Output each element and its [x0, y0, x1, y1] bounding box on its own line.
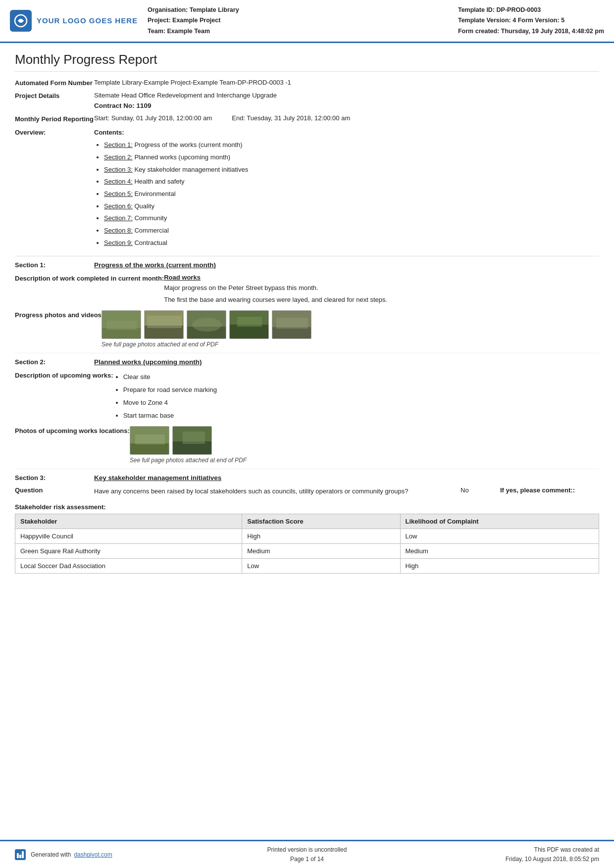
header-center: Organisation: Template Library Project: … — [148, 5, 448, 37]
svg-rect-15 — [276, 318, 308, 329]
svg-rect-22 — [17, 853, 19, 858]
stake-satisfaction-3: Low — [242, 558, 400, 573]
header: YOUR LOGO GOES HERE Organisation: Templa… — [0, 0, 614, 43]
work-title: Road works — [164, 274, 599, 281]
upcoming-item-1: Clear site — [123, 371, 599, 384]
overview-value: Contents: Section 1: Progress of the wor… — [94, 129, 599, 249]
upcoming-label: Description of upcoming works: — [15, 371, 113, 381]
project-line: Project: Example Project — [148, 15, 448, 26]
divider-3 — [15, 469, 599, 469]
period-label: Monthly Period Reporting — [15, 114, 94, 124]
footer-print-note: Printed version is uncontrolled — [209, 845, 404, 855]
overview-title: Contents: — [94, 129, 599, 136]
upcoming-photos-label: Photos of upcoming works locations: — [15, 426, 130, 436]
stakeholder-table: Stakeholder Satisfaction Score Likelihoo… — [15, 514, 599, 574]
question-text: Have any concerns been raised by local s… — [94, 486, 460, 496]
project-details-text: Sitemate Head Office Redevelopment and I… — [94, 92, 599, 99]
section3-title: Key stakeholder management initiatives — [94, 474, 221, 482]
footer-center: Printed version is uncontrolled Page 1 o… — [209, 845, 404, 864]
table-row: Happyville Council High Low — [15, 529, 599, 543]
col-satisfaction: Satisfaction Score — [242, 514, 400, 529]
svg-rect-11 — [230, 325, 269, 339]
toc-list: Section 1: Progress of the works (curren… — [94, 139, 599, 249]
section3-label: Section 3: — [15, 474, 94, 482]
form-number-row: Automated Form Number Template Library-E… — [15, 79, 599, 87]
toc-link-4[interactable]: Section 4: — [104, 178, 133, 185]
toc-link-9[interactable]: Section 9: — [104, 239, 133, 246]
question-row: Question Have any concerns been raised b… — [15, 486, 599, 496]
col-likelihood: Likelihood of Complaint — [400, 514, 599, 529]
stake-satisfaction-2: Medium — [242, 543, 400, 558]
svg-rect-3 — [107, 321, 137, 330]
template-id-line: Template ID: DP-PROD-0003 — [458, 5, 604, 15]
section1-title: Progress of the works (current month) — [94, 261, 216, 269]
footer-logo-icon — [15, 849, 26, 860]
photo-thumbs — [102, 310, 599, 339]
toc-link-7[interactable]: Section 7: — [104, 214, 133, 222]
footer-created-date: Friday, 10 August 2018, 8:05:52 pm — [405, 855, 599, 864]
footer-right: This PDF was created at Friday, 10 Augus… — [405, 845, 599, 864]
table-row: Green Square Rail Authority Medium Mediu… — [15, 543, 599, 558]
main-content: Monthly Progress Report Automated Form N… — [0, 43, 614, 840]
report-title: Monthly Progress Report — [15, 52, 599, 72]
table-header-row: Stakeholder Satisfaction Score Likelihoo… — [15, 514, 599, 529]
period-row: Monthly Period Reporting Start: Sunday, … — [15, 114, 599, 124]
toc-link-1[interactable]: Section 1: — [104, 141, 133, 148]
svg-rect-2 — [102, 328, 141, 339]
footer-page: Page 1 of 14 — [209, 855, 404, 864]
question-comment: If yes, please comment:: — [500, 486, 599, 494]
photo-thumb-3 — [187, 310, 226, 339]
photo-thumb-2 — [144, 310, 184, 339]
project-details-value: Sitemate Head Office Redevelopment and I… — [94, 92, 599, 109]
header-right: Template ID: DP-PROD-0003 Template Versi… — [458, 5, 604, 37]
svg-rect-17 — [130, 443, 169, 455]
desc-work-label: Description of work completed in current… — [15, 274, 164, 284]
section1-row: Section 1: Progress of the works (curren… — [15, 261, 599, 269]
project-details-row: Project Details Sitemate Head Office Red… — [15, 92, 599, 109]
toc-link-2[interactable]: Section 2: — [104, 153, 133, 161]
upcoming-photos-note: See full page photos attached at end of … — [130, 457, 599, 464]
table-row: Local Soccer Dad Association Low High — [15, 558, 599, 573]
logo-icon — [10, 10, 32, 32]
photos-value: See full page photos attached at end of … — [102, 310, 599, 348]
toc-item-9: Section 9: Contractual — [104, 237, 599, 249]
svg-rect-23 — [19, 855, 21, 858]
stake-name-3: Local Soccer Dad Association — [15, 558, 242, 573]
toc-item-6: Section 6: Quality — [104, 200, 599, 213]
svg-rect-24 — [22, 851, 24, 858]
svg-rect-12 — [237, 317, 262, 327]
logo-text: YOUR LOGO GOES HERE — [37, 16, 138, 25]
toc-link-3[interactable]: Section 3: — [104, 166, 133, 173]
work-desc1: Major progress on the Peter Street bypas… — [164, 283, 599, 293]
toc-item-3: Section 3: Key stakeholder management in… — [104, 164, 599, 176]
upcoming-list: Clear site Prepare for road service mark… — [113, 371, 599, 422]
form-created-line: Form created: Thursday, 19 July 2018, 4:… — [458, 26, 604, 37]
project-details-label: Project Details — [15, 92, 94, 99]
toc-link-5[interactable]: Section 5: — [104, 190, 133, 197]
section3-row: Section 3: Key stakeholder management in… — [15, 474, 599, 482]
divider-1 — [15, 256, 599, 256]
photos-note: See full page photos attached at end of … — [102, 341, 599, 348]
question-label: Question — [15, 486, 94, 494]
section2-title: Planned works (upcoming month) — [94, 358, 202, 366]
toc-link-6[interactable]: Section 6: — [104, 202, 133, 210]
stake-likelihood-2: Medium — [400, 543, 599, 558]
footer-left: Generated with dashpivot.com — [15, 849, 209, 860]
stakeholder-title: Stakeholder risk assessment: — [15, 503, 599, 511]
toc-item-7: Section 7: Community — [104, 212, 599, 225]
form-number-value: Template Library-Example Project-Example… — [94, 79, 599, 86]
section2-row: Section 2: Planned works (upcoming month… — [15, 358, 599, 366]
overview-label: Overview: — [15, 129, 94, 136]
footer-link[interactable]: dashpivot.com — [74, 851, 112, 858]
overview-row: Overview: Contents: Section 1: Progress … — [15, 129, 599, 249]
photo-thumb-1 — [102, 310, 141, 339]
svg-rect-21 — [183, 432, 205, 444]
toc-link-8[interactable]: Section 8: — [104, 227, 133, 234]
toc-item-4: Section 4: Health and safety — [104, 176, 599, 188]
question-value: Have any concerns been raised by local s… — [94, 486, 599, 496]
stake-name-2: Green Square Rail Authority — [15, 543, 242, 558]
divider-2 — [15, 353, 599, 353]
upcoming-photo-thumb-1 — [130, 426, 169, 455]
desc-work-row: Description of work completed in current… — [15, 274, 599, 306]
toc-item-2: Section 2: Planned works (upcoming month… — [104, 151, 599, 164]
